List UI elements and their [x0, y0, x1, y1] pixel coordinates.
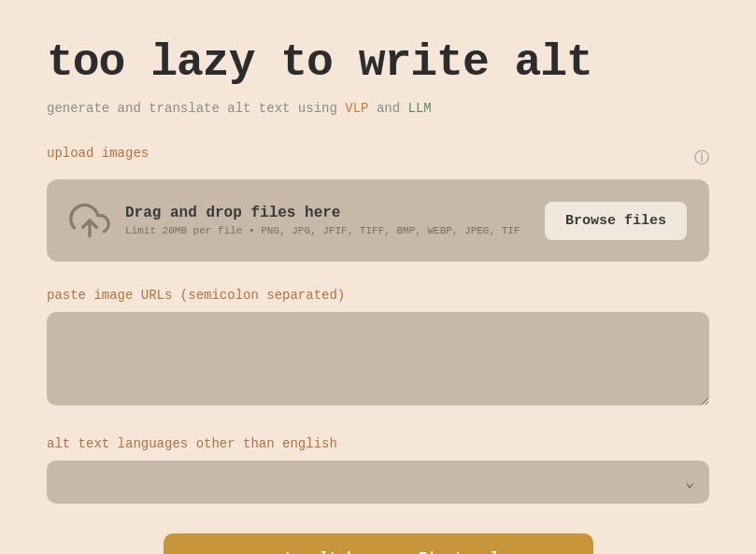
file-limit-text: Limit 20MB per file • PNG, JPG, JFIF, TI…: [125, 225, 520, 236]
url-label: paste image URLs (semicolon separated): [47, 288, 709, 303]
url-section: paste image URLs (semicolon separated): [47, 288, 709, 436]
generate-button[interactable]: generate alt because I'm too lazy: [164, 533, 593, 554]
language-select[interactable]: French Spanish German Japanese Chinese K…: [47, 461, 709, 504]
cloud-upload-icon: [69, 200, 110, 241]
language-section: alt text languages other than english Fr…: [47, 436, 709, 504]
help-icon[interactable]: ⓘ: [694, 149, 709, 168]
drag-drop-text: Drag and drop files here: [125, 205, 520, 221]
upload-dropzone[interactable]: Drag and drop files here Limit 20MB per …: [47, 179, 709, 262]
language-label: alt text languages other than english: [47, 436, 709, 451]
upload-header-row: upload images ⓘ: [47, 146, 709, 170]
subtitle-prefix: generate and translate alt text using: [47, 101, 345, 116]
upload-left: Drag and drop files here Limit 20MB per …: [69, 200, 520, 241]
subtitle-vlp: VLP: [345, 101, 368, 116]
language-select-wrapper: French Spanish German Japanese Chinese K…: [47, 461, 709, 504]
page-title: too lazy to write alt: [47, 37, 709, 88]
url-textarea[interactable]: [47, 312, 709, 405]
subtitle-llm: LLM: [408, 101, 432, 116]
upload-text-block: Drag and drop files here Limit 20MB per …: [125, 205, 520, 236]
subtitle: generate and translate alt text using VL…: [47, 101, 709, 116]
browse-files-button[interactable]: Browse files: [545, 202, 687, 240]
upload-label: upload images: [47, 146, 149, 161]
subtitle-middle: and: [368, 101, 407, 116]
